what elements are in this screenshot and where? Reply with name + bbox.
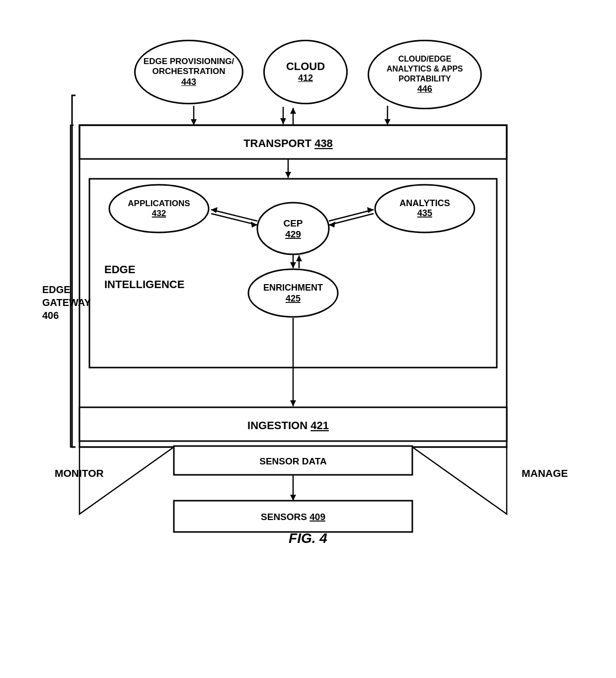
svg-text:CEP: CEP	[283, 218, 303, 228]
svg-text:425: 425	[286, 294, 301, 303]
svg-text:406: 406	[42, 310, 59, 321]
svg-marker-43	[290, 400, 296, 406]
svg-text:MANAGE: MANAGE	[522, 467, 568, 479]
svg-text:MONITOR: MONITOR	[55, 467, 104, 479]
svg-text:APPLICATIONS: APPLICATIONS	[128, 199, 190, 208]
svg-text:SENSORS 409: SENSORS 409	[261, 512, 325, 522]
svg-point-27	[248, 269, 338, 317]
svg-marker-11	[285, 172, 291, 178]
svg-text:429: 429	[285, 229, 301, 239]
svg-text:TRANSPORT 438: TRANSPORT 438	[243, 137, 333, 150]
svg-marker-45	[412, 447, 507, 514]
figure-caption: FIG. 4	[289, 530, 327, 546]
svg-text:432: 432	[152, 209, 166, 218]
svg-text:EDGE: EDGE	[42, 284, 71, 295]
svg-text:ENRICHMENT: ENRICHMENT	[263, 283, 323, 293]
svg-marker-1	[280, 118, 286, 124]
diagram-svg: TRANSPORT 438 INGESTION 421 EDGE INTELLI…	[40, 30, 576, 551]
svg-text:GATEWAY: GATEWAY	[42, 297, 91, 308]
svg-text:ANALYTICS: ANALYTICS	[399, 198, 450, 208]
svg-text:INTELLIGENCE: INTELLIGENCE	[104, 278, 184, 291]
svg-marker-7	[385, 119, 390, 125]
svg-text:SENSOR DATA: SENSOR DATA	[259, 456, 327, 466]
svg-marker-5	[191, 119, 197, 125]
svg-text:INGESTION 421: INGESTION 421	[247, 419, 329, 432]
svg-point-24	[257, 203, 329, 254]
svg-marker-44	[79, 447, 174, 514]
figure-label: FIG. 4	[289, 530, 327, 546]
svg-marker-73	[290, 495, 296, 501]
svg-text:EDGE: EDGE	[104, 263, 135, 276]
svg-text:435: 435	[417, 208, 432, 218]
svg-marker-3	[290, 108, 296, 114]
